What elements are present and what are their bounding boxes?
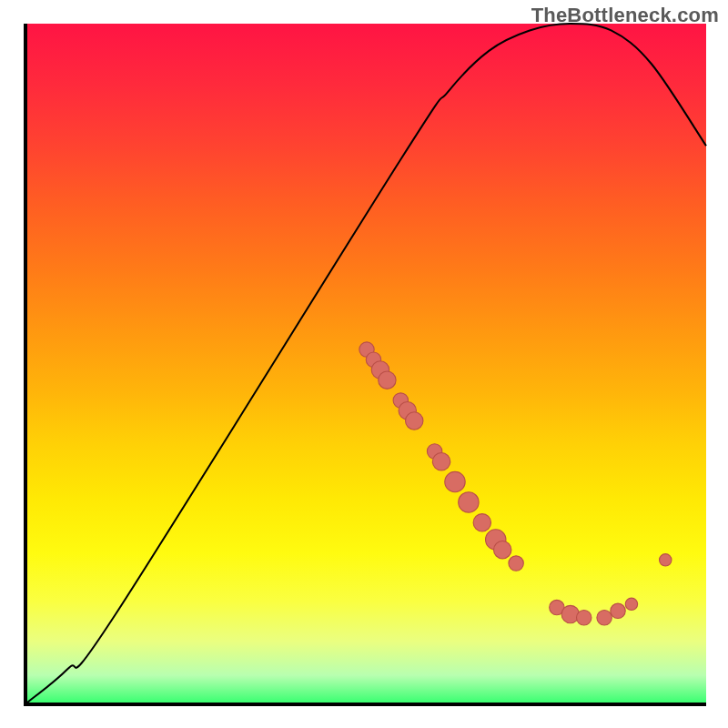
data-point — [660, 554, 672, 566]
data-point — [406, 412, 423, 430]
data-point — [611, 603, 625, 618]
data-point — [494, 541, 511, 558]
data-points — [359, 342, 672, 625]
bottleneck-chart — [27, 24, 706, 703]
data-point — [432, 452, 450, 470]
data-point — [379, 371, 396, 389]
watermark-text: TheBottleneck.com — [531, 4, 719, 27]
data-point — [445, 471, 465, 491]
chart-plot-area — [24, 24, 706, 706]
data-point — [577, 611, 592, 625]
data-point — [459, 492, 479, 512]
data-point — [625, 598, 637, 610]
data-point — [597, 611, 612, 625]
data-point — [473, 514, 490, 531]
data-point — [509, 556, 523, 571]
